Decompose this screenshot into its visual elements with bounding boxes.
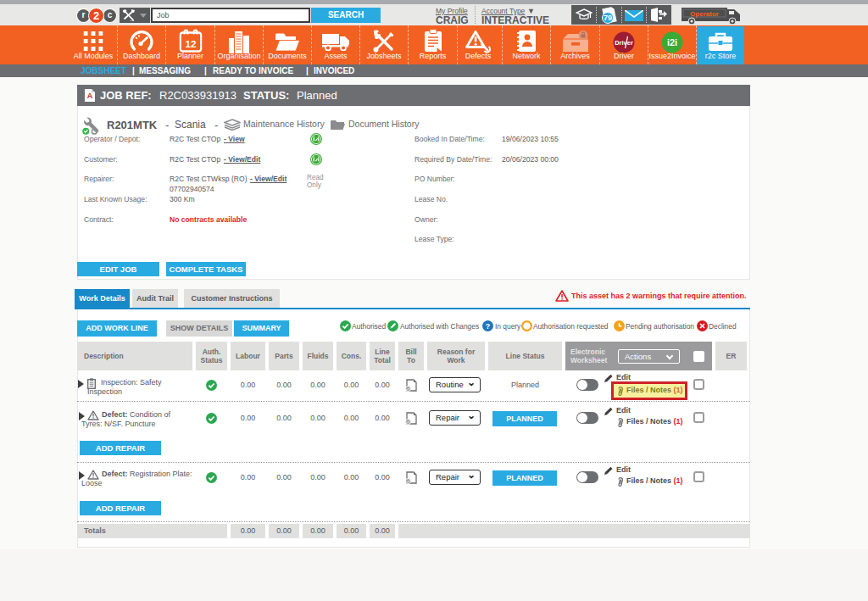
svg-text:12: 12 bbox=[185, 39, 196, 49]
svg-text:Driver: Driver bbox=[615, 39, 633, 47]
svg-text:?: ? bbox=[486, 321, 491, 331]
svg-text:Operator: Operator bbox=[690, 10, 719, 18]
svg-text:i2i: i2i bbox=[667, 37, 677, 47]
svg-text:A: A bbox=[87, 92, 93, 100]
